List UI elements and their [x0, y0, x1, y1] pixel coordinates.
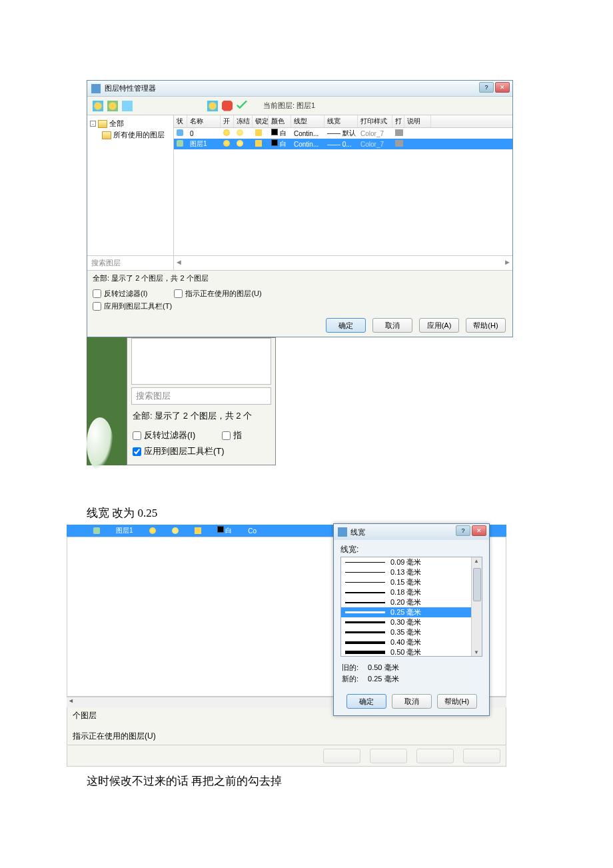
- invert-filter-checkbox[interactable]: 反转过滤器(I): [93, 289, 147, 299]
- lineweight-list[interactable]: 0.09 毫米 0.13 毫米 0.15 毫米 0.18 毫米 0.20 毫米 …: [340, 557, 482, 657]
- apply-button[interactable]: 应用(A): [419, 318, 459, 333]
- apply-toolbar-checkbox[interactable]: 应用到图层工具栏(T): [133, 443, 270, 459]
- color-swatch[interactable]: [217, 526, 224, 533]
- help-button[interactable]: 帮助(H): [466, 318, 506, 333]
- current-status-icon: [177, 140, 183, 147]
- list-item[interactable]: 0.50 毫米: [341, 647, 482, 657]
- zoom-crop: 搜索图层 全部: 显示了 2 个图层，共 2 个 反转过滤器(I) 指 应用到图…: [87, 337, 276, 465]
- layer-grid[interactable]: 状 名称 开 冻结 锁定 颜色 线型 线宽 打印样式 打 说明 0 白 Cont…: [174, 115, 512, 255]
- lineweight-dialog: 线宽 ? ✕ 线宽: 0.09 毫米 0.13 毫米 0.15 毫米 0.18 …: [333, 523, 490, 716]
- app-icon: [91, 84, 101, 93]
- indicate-inuse-checkbox[interactable]: 指示正在使用的图层(U): [174, 289, 261, 299]
- caption-text: 线宽 改为 0.25: [87, 505, 526, 521]
- table-row[interactable]: 0 白 Contin... —— 默认 Color_7: [174, 128, 512, 139]
- printer-icon[interactable]: [395, 140, 403, 147]
- new-layer-icon[interactable]: [207, 101, 218, 111]
- list-item[interactable]: 0.09 毫米: [341, 557, 482, 567]
- printer-icon[interactable]: [395, 129, 403, 136]
- titlebar[interactable]: 图层特性管理器 ? ✕: [87, 81, 512, 97]
- app-icon: [338, 527, 347, 537]
- layer-manager-window: 图层特性管理器 ? ✕ 当前图层: 图层1 - 全部 所有使用的图层: [87, 80, 513, 337]
- status-icon: [177, 129, 183, 136]
- window-title: 图层特性管理器: [105, 83, 156, 93]
- grid-area: [131, 338, 271, 385]
- lock-icon[interactable]: [255, 129, 262, 136]
- ok-button[interactable]: 确定: [326, 318, 366, 333]
- new-value: 0.25 毫米: [368, 674, 398, 684]
- ok-button-partial[interactable]: [323, 749, 360, 763]
- cancel-button-partial[interactable]: [370, 749, 407, 763]
- indicate-label: 指示正在使用的图层(U): [73, 721, 500, 742]
- new-label: 新的:: [342, 674, 358, 684]
- list-item[interactable]: 0.40 毫米: [341, 637, 482, 647]
- cancel-button[interactable]: 取消: [372, 318, 412, 333]
- wallpaper-leaf: [87, 417, 113, 471]
- close-window-button[interactable]: ✕: [472, 525, 486, 536]
- list-item[interactable]: 0.13 毫米: [341, 567, 482, 577]
- status-text: 全部: 显示了 2 个图层，共 2 个图层: [87, 270, 512, 286]
- list-item[interactable]: 0.15 毫米: [341, 577, 482, 587]
- help-window-button[interactable]: ?: [479, 82, 494, 93]
- cancel-button[interactable]: 取消: [392, 694, 432, 709]
- dialog-title: 线宽: [350, 527, 365, 537]
- invert-filter-checkbox[interactable]: 反转过滤器(I): [133, 427, 195, 443]
- filter-tree[interactable]: - 全部 所有使用的图层: [87, 115, 174, 255]
- old-value: 0.50 毫米: [368, 663, 398, 673]
- search-layer-input[interactable]: 搜索图层: [131, 387, 271, 405]
- apply-toolbar-checkbox[interactable]: 应用到图层工具栏(T): [93, 301, 172, 311]
- current-layer-label: 当前图层: 图层1: [263, 101, 315, 111]
- list-item[interactable]: 0.30 毫米: [341, 617, 482, 627]
- delete-layer-icon[interactable]: [222, 101, 233, 111]
- indicate-partial-checkbox[interactable]: 指: [222, 427, 242, 443]
- tree-child[interactable]: 所有使用的图层: [102, 129, 171, 141]
- states-icon[interactable]: [122, 101, 133, 111]
- old-label: 旧的:: [342, 663, 358, 673]
- grid-header[interactable]: 状 名称 开 冻结 锁定 颜色 线型 线宽 打印样式 打 说明: [174, 115, 512, 128]
- table-row-selected[interactable]: 图层1 白 Contin... —— 0... Color_7: [174, 139, 512, 149]
- sun-icon[interactable]: [237, 140, 243, 147]
- list-item[interactable]: 0.18 毫米: [341, 587, 482, 597]
- bulb-icon[interactable]: [223, 140, 230, 147]
- close-window-button[interactable]: ✕: [495, 82, 510, 93]
- list-item-selected[interactable]: 0.25 毫米: [341, 607, 482, 617]
- toolbar: 当前图层: 图层1: [87, 97, 512, 115]
- scroll-thumb[interactable]: [473, 568, 481, 601]
- search-layer-input[interactable]: 搜索图层: [87, 255, 174, 270]
- list-item[interactable]: 0.20 毫米: [341, 597, 482, 607]
- ok-button[interactable]: 确定: [346, 694, 386, 709]
- lineweight-label: 线宽:: [334, 540, 489, 557]
- list-item[interactable]: 0.35 毫米: [341, 627, 482, 637]
- help-window-button[interactable]: ?: [456, 525, 470, 536]
- color-swatch[interactable]: [271, 139, 278, 146]
- h-scrollbar[interactable]: ◄ ►: [174, 255, 512, 270]
- color-swatch[interactable]: [271, 129, 278, 135]
- current-status-icon: [93, 527, 100, 534]
- sun-icon[interactable]: [172, 527, 179, 534]
- collapse-icon[interactable]: -: [90, 121, 96, 127]
- help-button-partial[interactable]: [463, 749, 500, 763]
- status-text: 全部: 显示了 2 个图层，共 2 个: [127, 405, 275, 425]
- new-filter-icon[interactable]: [93, 101, 103, 111]
- set-current-icon[interactable]: [237, 101, 247, 111]
- folder-icon: [98, 120, 107, 128]
- new-group-icon[interactable]: [107, 101, 118, 111]
- help-button[interactable]: 帮助(H): [437, 694, 477, 709]
- dialog-titlebar[interactable]: 线宽 ? ✕: [334, 524, 489, 540]
- bulb-icon[interactable]: [223, 129, 230, 136]
- lock-icon[interactable]: [255, 140, 262, 147]
- folder-icon: [102, 131, 111, 139]
- tree-root[interactable]: - 全部: [90, 118, 171, 129]
- v-scrollbar[interactable]: [471, 557, 482, 656]
- lock-icon[interactable]: [195, 527, 201, 534]
- caption-text: 这时候改不过来的话 再把之前的勾去掉: [87, 773, 526, 789]
- apply-button-partial[interactable]: [416, 749, 454, 763]
- sun-icon[interactable]: [237, 129, 243, 136]
- bulb-icon[interactable]: [149, 527, 156, 534]
